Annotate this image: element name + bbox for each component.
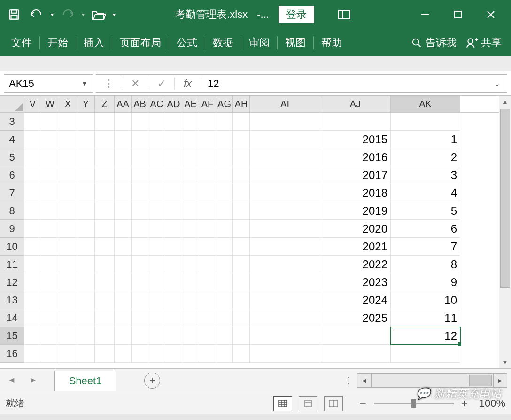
column-header[interactable]: AI	[250, 96, 320, 112]
cell[interactable]	[24, 184, 41, 202]
cell[interactable]	[132, 291, 148, 309]
cell[interactable]	[77, 345, 95, 363]
cell[interactable]	[77, 327, 95, 345]
cell[interactable]	[199, 345, 216, 363]
tab-file[interactable]: 文件	[5, 31, 39, 54]
cell[interactable]	[95, 291, 115, 309]
sheet-tab-active[interactable]: Sheet1	[54, 371, 116, 391]
cell[interactable]	[199, 220, 216, 238]
cell[interactable]	[165, 291, 182, 309]
cell[interactable]	[199, 273, 216, 291]
cell[interactable]	[24, 166, 41, 184]
cell[interactable]	[182, 291, 199, 309]
cell[interactable]	[77, 113, 95, 131]
cell[interactable]	[95, 256, 115, 273]
cell[interactable]	[182, 148, 199, 166]
cell[interactable]	[24, 113, 41, 131]
cell[interactable]	[41, 309, 59, 327]
close-button[interactable]	[474, 4, 507, 25]
cell[interactable]: 3	[391, 166, 460, 184]
cell[interactable]	[95, 113, 115, 131]
cell[interactable]	[199, 238, 216, 256]
hscroll-grip-icon[interactable]: ⋮	[340, 375, 357, 386]
cell[interactable]	[24, 309, 41, 327]
cell[interactable]	[233, 327, 250, 345]
cell[interactable]	[41, 113, 59, 131]
column-header[interactable]: AF	[199, 96, 216, 112]
hscroll-thumb[interactable]	[469, 375, 492, 386]
cell[interactable]	[182, 256, 199, 273]
cell[interactable]	[41, 202, 59, 220]
cell[interactable]	[24, 131, 41, 148]
ribbon-display-options-icon[interactable]	[338, 9, 351, 20]
hscroll-right-icon[interactable]: ►	[493, 373, 507, 388]
cell[interactable]	[148, 291, 165, 309]
cell[interactable]: 4	[391, 184, 460, 202]
cell[interactable]	[250, 327, 320, 345]
cell[interactable]	[182, 238, 199, 256]
row-header[interactable]: 11	[0, 256, 24, 273]
cell[interactable]	[132, 238, 148, 256]
cell[interactable]	[148, 327, 165, 345]
cell[interactable]	[95, 327, 115, 345]
cell[interactable]: 10	[391, 291, 460, 309]
redo-dropdown-icon[interactable]: ▾	[80, 11, 86, 18]
cell[interactable]	[199, 256, 216, 273]
zoom-value[interactable]: 100%	[479, 397, 505, 410]
cell[interactable]	[216, 256, 233, 273]
cell[interactable]	[95, 184, 115, 202]
cell[interactable]	[77, 238, 95, 256]
row-header[interactable]: 12	[0, 273, 24, 291]
cell[interactable]	[115, 202, 132, 220]
tab-formulas[interactable]: 公式	[170, 31, 204, 54]
cell[interactable]	[182, 113, 199, 131]
column-header[interactable]: X	[59, 96, 77, 112]
cell[interactable]	[41, 238, 59, 256]
zoom-in-button[interactable]: +	[458, 397, 471, 410]
cell[interactable]	[250, 273, 320, 291]
cell[interactable]	[233, 291, 250, 309]
cell[interactable]	[41, 131, 59, 148]
cell[interactable]	[132, 309, 148, 327]
cell[interactable]	[41, 220, 59, 238]
select-all-corner[interactable]	[0, 96, 24, 112]
cell[interactable]	[233, 131, 250, 148]
cell[interactable]	[59, 202, 77, 220]
cell[interactable]	[148, 148, 165, 166]
cell[interactable]	[182, 184, 199, 202]
cell[interactable]	[250, 148, 320, 166]
cell[interactable]	[250, 166, 320, 184]
cell[interactable]	[182, 273, 199, 291]
cell[interactable]: 5	[391, 202, 460, 220]
cell[interactable]	[250, 220, 320, 238]
cell[interactable]	[59, 238, 77, 256]
tab-data[interactable]: 数据	[206, 31, 240, 54]
cell[interactable]	[59, 256, 77, 273]
row-header[interactable]: 14	[0, 309, 24, 327]
cell[interactable]	[233, 166, 250, 184]
cell[interactable]	[148, 273, 165, 291]
cell[interactable]	[148, 220, 165, 238]
cell[interactable]	[148, 202, 165, 220]
cell[interactable]	[148, 131, 165, 148]
cell[interactable]	[115, 256, 132, 273]
minimize-button[interactable]	[409, 4, 441, 25]
cell[interactable]	[24, 148, 41, 166]
cell[interactable]	[77, 202, 95, 220]
cell[interactable]	[59, 291, 77, 309]
cell[interactable]	[148, 309, 165, 327]
cell[interactable]: 8	[391, 256, 460, 273]
cell[interactable]	[59, 113, 77, 131]
cell[interactable]	[132, 184, 148, 202]
cell[interactable]	[77, 309, 95, 327]
column-header[interactable]: AB	[132, 96, 148, 112]
row-header[interactable]: 15	[0, 327, 24, 345]
cell[interactable]	[199, 166, 216, 184]
cell[interactable]: 7	[391, 238, 460, 256]
zoom-slider[interactable]	[374, 403, 454, 404]
tab-help[interactable]: 帮助	[315, 31, 348, 54]
cell[interactable]	[95, 273, 115, 291]
open-button[interactable]	[88, 4, 109, 25]
cell[interactable]	[148, 256, 165, 273]
cell[interactable]	[24, 291, 41, 309]
